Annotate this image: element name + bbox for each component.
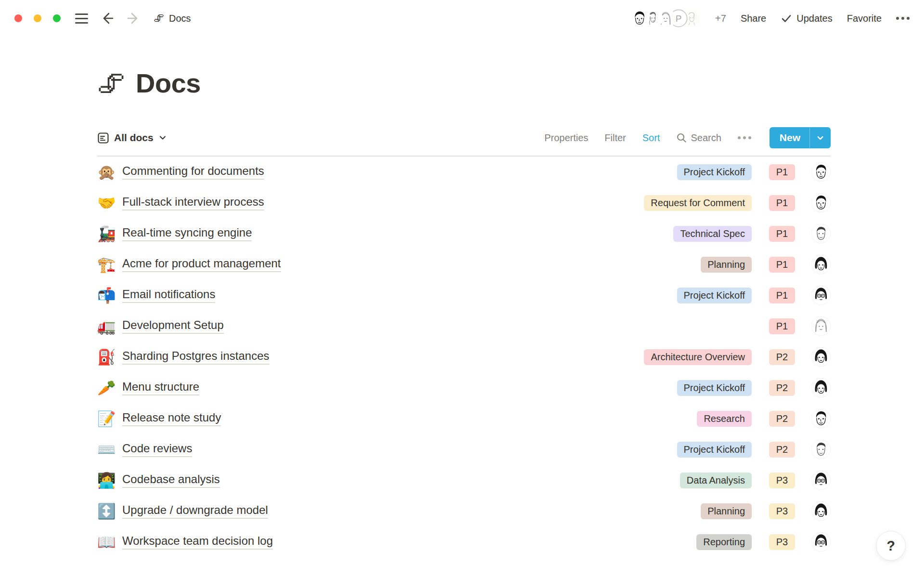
doc-emoji-icon: 👩‍💻: [97, 473, 122, 488]
table-row[interactable]: 🙊 Commenting for documents Project Kicko…: [97, 157, 831, 187]
owner-avatar[interactable]: [811, 501, 831, 521]
doc-type-tag[interactable]: Planning: [701, 257, 752, 273]
owner-avatar[interactable]: [811, 532, 831, 552]
owner-avatar[interactable]: [811, 162, 831, 182]
owner-avatar[interactable]: [811, 286, 831, 305]
priority-badge[interactable]: P2: [769, 411, 795, 427]
doc-title-link[interactable]: Full-stack interview process: [122, 195, 264, 210]
doc-type-tag[interactable]: Project Kickoff: [677, 164, 752, 180]
doc-title-link[interactable]: Codebase analysis: [122, 473, 220, 488]
doc-type-tag[interactable]: Architecture Overview: [644, 349, 752, 365]
favorite-button[interactable]: Favorite: [847, 13, 882, 24]
close-window-button[interactable]: [14, 14, 22, 22]
priority-badge[interactable]: P1: [769, 226, 795, 242]
new-doc-dropdown-button[interactable]: [810, 127, 831, 148]
owner-avatar[interactable]: [811, 347, 831, 367]
view-switcher[interactable]: All docs: [97, 132, 167, 144]
doc-type-tag[interactable]: Research: [697, 411, 752, 427]
table-row[interactable]: 🚛 Development Setup P1: [97, 311, 831, 342]
view-more-options-icon[interactable]: [738, 136, 751, 139]
priority-badge[interactable]: P1: [769, 164, 795, 180]
doc-type-tag[interactable]: Request for Comment: [644, 195, 752, 211]
table-row[interactable]: 📬 Email notifications Project Kickoff P1: [97, 280, 831, 311]
doc-title-link[interactable]: Development Setup: [122, 318, 224, 334]
table-row[interactable]: 📝 Release note study Research P2: [97, 403, 831, 434]
page-title: Docs: [136, 67, 201, 99]
doc-emoji-icon: 🥕: [97, 381, 122, 395]
more-options-icon[interactable]: [896, 17, 910, 20]
doc-title-link[interactable]: Email notifications: [122, 288, 215, 303]
doc-title-link[interactable]: Real-time syncing engine: [122, 226, 252, 241]
doc-title-link[interactable]: Acme for product management: [122, 257, 281, 272]
owner-avatar[interactable]: [811, 224, 831, 243]
doc-title-link[interactable]: Release note study: [122, 411, 221, 426]
share-button[interactable]: Share: [741, 13, 766, 24]
main-content: 🖇 Docs All docs Properties Filter Sort: [97, 67, 831, 557]
properties-button[interactable]: Properties: [544, 132, 588, 144]
owner-avatar[interactable]: [811, 471, 831, 490]
table-row[interactable]: 🏗️ Acme for product management Planning …: [97, 249, 831, 280]
owner-avatar[interactable]: [811, 193, 831, 212]
doc-title-link[interactable]: Sharding Postgres instances: [122, 349, 270, 365]
priority-badge[interactable]: P3: [769, 473, 795, 488]
window-controls: [14, 14, 61, 22]
owner-avatar[interactable]: [811, 255, 831, 274]
page-paperclip-icon: 🖇: [97, 69, 125, 97]
owner-avatar[interactable]: [811, 316, 831, 336]
priority-badge[interactable]: P1: [769, 318, 795, 334]
table-row[interactable]: ⌨️ Code reviews Project Kickoff P2: [97, 434, 831, 465]
priority-badge[interactable]: P1: [769, 195, 795, 211]
doc-title-link[interactable]: Workspace team decision log: [122, 534, 273, 550]
chevron-down-icon: [816, 134, 824, 142]
forward-button[interactable]: [127, 12, 140, 25]
priority-badge[interactable]: P2: [769, 380, 795, 396]
table-row[interactable]: ↕️ Upgrade / downgrade model Planning P3: [97, 496, 831, 526]
table-row[interactable]: 🚂 Real-time syncing engine Technical Spe…: [97, 218, 831, 249]
priority-badge[interactable]: P1: [769, 288, 795, 303]
doc-type-tag[interactable]: Data Analysis: [680, 473, 752, 488]
doc-type-tag[interactable]: Planning: [701, 503, 752, 519]
back-button[interactable]: [101, 12, 114, 25]
search-icon: [676, 132, 687, 143]
doc-title-link[interactable]: Upgrade / downgrade model: [122, 503, 268, 519]
list-view-icon: [97, 132, 109, 144]
filter-button[interactable]: Filter: [604, 132, 626, 144]
search-button[interactable]: Search: [676, 132, 721, 144]
owner-avatar[interactable]: [811, 378, 831, 397]
owner-avatar[interactable]: [811, 409, 831, 428]
doc-emoji-icon: 🚛: [97, 319, 122, 334]
priority-badge[interactable]: P2: [769, 442, 795, 458]
collaborator-avatar[interactable]: [630, 9, 649, 27]
help-button[interactable]: ?: [876, 531, 906, 561]
avatar-overflow-count[interactable]: +7: [715, 13, 726, 24]
doc-list: 🙊 Commenting for documents Project Kicko…: [97, 157, 831, 557]
table-row[interactable]: 🤝 Full-stack interview process Request f…: [97, 187, 831, 218]
zoom-window-button[interactable]: [53, 14, 61, 22]
priority-badge[interactable]: P3: [769, 503, 795, 519]
new-doc-button[interactable]: New: [770, 127, 809, 148]
table-row[interactable]: 📖 Workspace team decision log Reporting …: [97, 526, 831, 557]
updates-button[interactable]: Updates: [781, 13, 833, 24]
doc-title-link[interactable]: Code reviews: [122, 442, 192, 457]
doc-title-link[interactable]: Commenting for documents: [122, 164, 264, 180]
doc-emoji-icon: 📬: [97, 288, 122, 303]
table-row[interactable]: ⛽ Sharding Postgres instances Architectu…: [97, 342, 831, 372]
priority-badge[interactable]: P3: [769, 534, 795, 550]
minimize-window-button[interactable]: [34, 14, 41, 22]
table-row[interactable]: 👩‍💻 Codebase analysis Data Analysis P3: [97, 465, 831, 496]
doc-emoji-icon: ⌨️: [97, 442, 122, 457]
priority-badge[interactable]: P1: [769, 257, 795, 273]
sidebar-toggle-icon[interactable]: [75, 13, 88, 24]
priority-badge[interactable]: P2: [769, 349, 795, 365]
doc-type-tag[interactable]: Project Kickoff: [677, 380, 752, 396]
doc-type-tag[interactable]: Reporting: [696, 534, 752, 550]
owner-avatar[interactable]: [811, 440, 831, 459]
top-bar: 🖇 Docs P +7 Share Updates Favorite: [0, 0, 924, 37]
breadcrumb[interactable]: 🖇 Docs: [154, 12, 191, 25]
doc-type-tag[interactable]: Project Kickoff: [677, 288, 752, 303]
table-row[interactable]: 🥕 Menu structure Project Kickoff P2: [97, 372, 831, 403]
doc-title-link[interactable]: Menu structure: [122, 380, 199, 395]
doc-type-tag[interactable]: Technical Spec: [673, 226, 752, 242]
doc-type-tag[interactable]: Project Kickoff: [677, 442, 752, 458]
sort-button[interactable]: Sort: [642, 132, 660, 144]
